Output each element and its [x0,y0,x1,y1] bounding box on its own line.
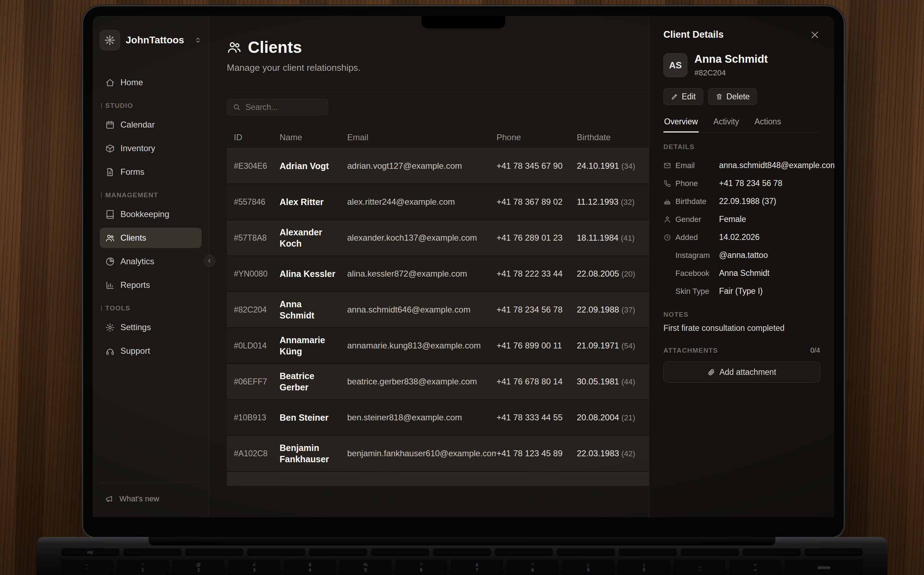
sidebar-item-reports[interactable]: Reports [100,275,202,295]
detail-row-gender: Gender Female [663,210,820,228]
sidebar-item-analytics[interactable]: Analytics [100,251,202,272]
nav-section: MANAGEMENT Bookkeeping Clients Analytics… [100,191,202,295]
megaphone-icon [105,495,114,503]
delete-button[interactable]: Delete [708,88,757,105]
table-row[interactable]: #E304E6 Adrian Vogt adrian.vogt127@examp… [227,148,649,184]
pie-icon [105,257,115,266]
keyboard-key: )0 [618,559,670,575]
tab-actions[interactable]: Actions [754,117,782,132]
detail-row-facebook: Facebook Anna Schmidt [663,264,820,282]
client-id-cell: #A102C8 [234,449,280,458]
table-row[interactable]: #06EFF7 Beatrice Gerber beatrice.gerber8… [227,364,649,400]
client-email-cell: alina.kessler872@example.com [347,269,496,279]
keyboard-key: !1 [117,559,169,575]
client-birthdate-cell: 21.09.1971 (54) [577,341,649,351]
keyboard-key: #3 [228,559,280,575]
clock-icon [663,233,671,241]
notes-text: First firate consultation completed [663,323,820,333]
sidebar-item-bookkeeping[interactable]: Bookkeeping [100,204,202,224]
clients-icon [227,40,242,55]
keyboard: esc~`!1@2#3$4%5^6&7*8(9)0_-+=deletetabQW… [61,548,863,575]
close-icon[interactable] [810,30,820,40]
panel-tabs: Overview Activity Actions [663,117,820,132]
trash-icon [716,93,723,100]
column-header-name: Name [280,132,347,142]
column-header-birthdate: Birthdate [577,132,649,142]
table-row[interactable]: #57T8A8 Alexander Koch alexander.koch137… [227,220,649,256]
chart-icon [105,280,115,290]
nav-section: Home [100,72,202,93]
tab-activity[interactable]: Activity [713,117,740,132]
column-header-id: ID [234,132,280,142]
client-birthdate-cell: 18.11.1984 (41) [577,233,649,243]
client-name-cell: Ben Steiner [280,412,347,424]
client-email-cell: anna.schmidt646@example.com [347,305,496,315]
search-row [227,99,649,115]
detail-row-skin-type: Skin Type Fair (Type I) [663,282,820,300]
search-box[interactable] [227,99,328,115]
sidebar-item-home[interactable]: Home [100,72,202,93]
keyboard-key [805,548,863,556]
sidebar-item-settings[interactable]: Settings [100,317,202,338]
client-phone-cell: +41 78 222 33 44 [496,269,577,279]
tab-overview[interactable]: Overview [663,117,699,132]
client-name: Anna Schmidt [694,53,768,65]
sidebar-item-inventory[interactable]: Inventory [100,138,202,159]
notes-heading: NOTES [663,311,820,319]
table-row[interactable]: #YN0080 Alina Kessler alina.kessler872@e… [227,256,649,292]
client-id-cell: #YN0080 [234,269,280,279]
client-birthdate-cell: 22.03.1983 (42) [577,448,649,458]
table-header: ID Name Email Phone Birthdate [227,127,649,148]
table-row[interactable]: #82C204 Anna Schmidt anna.schmidt646@exa… [227,292,649,328]
table-row[interactable]: #557846 Alex Ritter alex.ritter244@examp… [227,184,649,220]
sidebar-item-calendar[interactable]: Calendar [100,114,202,135]
edit-button[interactable]: Edit [663,88,703,105]
client-email-cell: ben.steiner818@example.com [347,413,496,423]
client-name-cell: Alina Kessler [280,268,347,280]
table-row[interactable]: #0LD014 Annamarie Küng annamarie.kung813… [227,328,649,364]
nav-section: TOOLS Settings Support [100,304,202,361]
client-name-cell: Beatrice Gerber [280,370,347,393]
search-input[interactable] [245,102,322,113]
file-icon [105,167,115,177]
keyboard-key [557,548,615,556]
column-header-email: Email [347,132,496,142]
keyboard-key: (9 [563,559,614,575]
sidebar-item-clients[interactable]: Clients [100,227,202,248]
attachments-heading: ATTACHMENTS [663,347,718,354]
sidebar-item-whats-new[interactable]: What's new [100,491,202,507]
client-phone-cell: +41 78 345 67 90 [496,161,577,171]
page-subtitle: Manage your client relationships. [227,62,649,73]
client-id-cell: #557846 [234,197,280,207]
client-phone-cell: +41 78 333 44 55 [496,413,577,423]
sidebar-item-forms[interactable]: Forms [100,162,202,182]
client-birthdate-cell: 22.08.2005 (20) [577,269,649,279]
sidebar-collapse-button[interactable] [203,255,216,267]
person-icon [663,216,671,223]
client-name-cell: Benjamin Fankhauser [280,442,347,465]
keyboard-key [123,548,181,556]
book-icon [105,210,115,219]
laptop-hinge [149,537,775,545]
pencil-icon [671,93,678,100]
client-id-cell: #06EFF7 [234,377,280,386]
main-content: Clients Manage your client relationships… [209,16,649,517]
sidebar-item-support[interactable]: Support [100,341,202,361]
page-header: Clients Manage your client relationships… [227,38,649,89]
chevrons-updown-icon[interactable] [194,36,202,44]
client-name-cell: Anna Schmidt [280,299,347,321]
client-email-cell: alex.ritter244@example.com [347,197,496,207]
keyboard-key [309,548,367,556]
add-attachment-button[interactable]: Add attachment [663,362,820,383]
keyboard-key [619,548,677,556]
workspace-switcher[interactable]: JohnTattoos [100,30,202,50]
table-row[interactable]: #A102C8 Benjamin Fankhauser benjamin.fan… [227,436,649,472]
keyboard-key: @2 [173,559,224,575]
client-phone-cell: +41 76 289 01 23 [496,233,577,243]
section-bar [101,192,102,198]
client-birthdate-cell: 22.09.1988 (37) [577,305,649,315]
table-row[interactable]: #10B913 Ben Steiner ben.steiner818@examp… [227,400,649,436]
keyboard-key [433,548,491,556]
mail-icon [663,162,671,170]
client-name-cell: Annamarie Küng [280,334,347,357]
